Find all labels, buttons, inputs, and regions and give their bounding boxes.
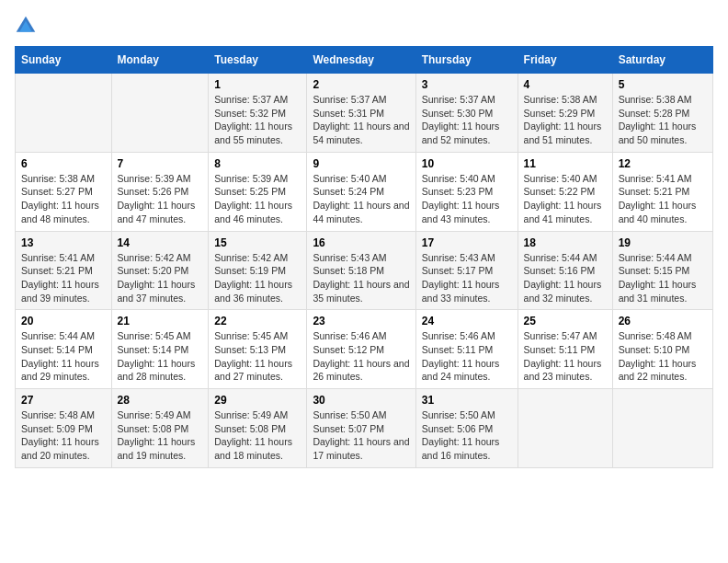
day-cell: 23Sunrise: 5:46 AMSunset: 5:12 PMDayligh… bbox=[307, 310, 415, 389]
day-number: 20 bbox=[21, 315, 106, 327]
day-cell: 10Sunrise: 5:40 AMSunset: 5:23 PMDayligh… bbox=[415, 152, 518, 231]
header bbox=[15, 15, 713, 37]
day-number: 16 bbox=[313, 236, 409, 249]
sunrise-text: Sunrise: 5:45 AMSunset: 5:13 PMDaylight:… bbox=[214, 330, 292, 382]
sunrise-text: Sunrise: 5:46 AMSunset: 5:11 PMDaylight:… bbox=[422, 330, 500, 382]
sunrise-text: Sunrise: 5:40 AMSunset: 5:24 PMDaylight:… bbox=[313, 173, 409, 224]
day-number: 6 bbox=[21, 157, 106, 170]
sunrise-text: Sunrise: 5:37 AMSunset: 5:30 PMDaylight:… bbox=[422, 94, 500, 145]
sunrise-text: Sunrise: 5:37 AMSunset: 5:32 PMDaylight:… bbox=[214, 94, 292, 145]
header-day: Thursday bbox=[415, 47, 518, 74]
day-cell: 7Sunrise: 5:39 AMSunset: 5:26 PMDaylight… bbox=[111, 152, 209, 231]
day-cell: 27Sunrise: 5:48 AMSunset: 5:09 PMDayligh… bbox=[16, 389, 112, 468]
day-number: 15 bbox=[214, 236, 301, 249]
day-cell bbox=[518, 389, 612, 468]
day-number: 12 bbox=[619, 157, 707, 170]
day-cell: 26Sunrise: 5:48 AMSunset: 5:10 PMDayligh… bbox=[612, 310, 712, 389]
calendar-header: SundayMondayTuesdayWednesdayThursdayFrid… bbox=[16, 47, 713, 74]
day-number: 9 bbox=[313, 157, 409, 170]
sunrise-text: Sunrise: 5:49 AMSunset: 5:08 PMDaylight:… bbox=[118, 409, 196, 461]
day-cell: 20Sunrise: 5:44 AMSunset: 5:14 PMDayligh… bbox=[16, 310, 112, 389]
day-cell: 28Sunrise: 5:49 AMSunset: 5:08 PMDayligh… bbox=[111, 389, 209, 468]
day-cell: 15Sunrise: 5:42 AMSunset: 5:19 PMDayligh… bbox=[209, 231, 307, 310]
day-cell bbox=[111, 74, 209, 153]
day-cell: 18Sunrise: 5:44 AMSunset: 5:16 PMDayligh… bbox=[518, 231, 612, 310]
header-day: Sunday bbox=[16, 47, 112, 74]
day-number: 17 bbox=[422, 236, 512, 249]
week-row: 27Sunrise: 5:48 AMSunset: 5:09 PMDayligh… bbox=[16, 389, 713, 468]
day-cell: 13Sunrise: 5:41 AMSunset: 5:21 PMDayligh… bbox=[16, 231, 112, 310]
day-cell: 31Sunrise: 5:50 AMSunset: 5:06 PMDayligh… bbox=[415, 389, 518, 468]
day-number: 2 bbox=[313, 78, 409, 91]
day-number: 18 bbox=[524, 236, 607, 249]
day-number: 11 bbox=[524, 157, 607, 170]
day-cell: 6Sunrise: 5:38 AMSunset: 5:27 PMDaylight… bbox=[16, 152, 112, 231]
sunrise-text: Sunrise: 5:50 AMSunset: 5:07 PMDaylight:… bbox=[313, 409, 409, 461]
sunrise-text: Sunrise: 5:42 AMSunset: 5:20 PMDaylight:… bbox=[118, 252, 196, 304]
day-cell bbox=[612, 389, 712, 468]
day-cell: 12Sunrise: 5:41 AMSunset: 5:21 PMDayligh… bbox=[612, 152, 712, 231]
week-row: 1Sunrise: 5:37 AMSunset: 5:32 PMDaylight… bbox=[16, 74, 713, 153]
day-number: 22 bbox=[214, 315, 301, 327]
sunrise-text: Sunrise: 5:49 AMSunset: 5:08 PMDaylight:… bbox=[214, 409, 292, 461]
sunrise-text: Sunrise: 5:37 AMSunset: 5:31 PMDaylight:… bbox=[313, 94, 409, 145]
day-cell: 3Sunrise: 5:37 AMSunset: 5:30 PMDaylight… bbox=[415, 74, 518, 153]
sunrise-text: Sunrise: 5:44 AMSunset: 5:14 PMDaylight:… bbox=[21, 330, 99, 382]
day-number: 24 bbox=[422, 315, 512, 327]
week-row: 6Sunrise: 5:38 AMSunset: 5:27 PMDaylight… bbox=[16, 152, 713, 231]
day-number: 4 bbox=[524, 78, 607, 91]
day-cell: 11Sunrise: 5:40 AMSunset: 5:22 PMDayligh… bbox=[518, 152, 612, 231]
day-number: 26 bbox=[619, 315, 707, 327]
sunrise-text: Sunrise: 5:45 AMSunset: 5:14 PMDaylight:… bbox=[118, 330, 196, 382]
day-number: 21 bbox=[118, 315, 203, 327]
header-day: Wednesday bbox=[307, 47, 415, 74]
header-day: Tuesday bbox=[209, 47, 307, 74]
sunrise-text: Sunrise: 5:44 AMSunset: 5:15 PMDaylight:… bbox=[619, 252, 697, 304]
day-cell: 16Sunrise: 5:43 AMSunset: 5:18 PMDayligh… bbox=[307, 231, 415, 310]
sunrise-text: Sunrise: 5:40 AMSunset: 5:22 PMDaylight:… bbox=[524, 173, 602, 224]
sunrise-text: Sunrise: 5:50 AMSunset: 5:06 PMDaylight:… bbox=[422, 409, 500, 461]
day-cell: 30Sunrise: 5:50 AMSunset: 5:07 PMDayligh… bbox=[307, 389, 415, 468]
day-cell: 25Sunrise: 5:47 AMSunset: 5:11 PMDayligh… bbox=[518, 310, 612, 389]
week-row: 13Sunrise: 5:41 AMSunset: 5:21 PMDayligh… bbox=[16, 231, 713, 310]
day-number: 10 bbox=[422, 157, 512, 170]
day-cell: 17Sunrise: 5:43 AMSunset: 5:17 PMDayligh… bbox=[415, 231, 518, 310]
sunrise-text: Sunrise: 5:40 AMSunset: 5:23 PMDaylight:… bbox=[422, 173, 500, 224]
day-number: 14 bbox=[118, 236, 203, 249]
day-cell: 14Sunrise: 5:42 AMSunset: 5:20 PMDayligh… bbox=[111, 231, 209, 310]
sunrise-text: Sunrise: 5:43 AMSunset: 5:18 PMDaylight:… bbox=[313, 252, 409, 304]
day-number: 25 bbox=[524, 315, 607, 327]
sunrise-text: Sunrise: 5:41 AMSunset: 5:21 PMDaylight:… bbox=[619, 173, 697, 224]
day-cell: 4Sunrise: 5:38 AMSunset: 5:29 PMDaylight… bbox=[518, 74, 612, 153]
day-cell: 21Sunrise: 5:45 AMSunset: 5:14 PMDayligh… bbox=[111, 310, 209, 389]
sunrise-text: Sunrise: 5:43 AMSunset: 5:17 PMDaylight:… bbox=[422, 252, 500, 304]
header-day: Monday bbox=[111, 47, 209, 74]
sunrise-text: Sunrise: 5:39 AMSunset: 5:25 PMDaylight:… bbox=[214, 173, 292, 224]
logo-icon bbox=[15, 15, 37, 37]
calendar-body: 1Sunrise: 5:37 AMSunset: 5:32 PMDaylight… bbox=[16, 74, 713, 468]
sunrise-text: Sunrise: 5:44 AMSunset: 5:16 PMDaylight:… bbox=[524, 252, 602, 304]
day-cell: 2Sunrise: 5:37 AMSunset: 5:31 PMDaylight… bbox=[307, 74, 415, 153]
sunrise-text: Sunrise: 5:48 AMSunset: 5:10 PMDaylight:… bbox=[619, 330, 697, 382]
header-row: SundayMondayTuesdayWednesdayThursdayFrid… bbox=[16, 47, 713, 74]
day-number: 13 bbox=[21, 236, 106, 249]
day-cell bbox=[16, 74, 112, 153]
day-number: 31 bbox=[422, 394, 512, 407]
day-number: 7 bbox=[118, 157, 203, 170]
day-number: 1 bbox=[214, 78, 301, 91]
calendar-table: SundayMondayTuesdayWednesdayThursdayFrid… bbox=[15, 46, 713, 468]
day-number: 3 bbox=[422, 78, 512, 91]
day-number: 23 bbox=[313, 315, 409, 327]
day-cell: 19Sunrise: 5:44 AMSunset: 5:15 PMDayligh… bbox=[612, 231, 712, 310]
day-cell: 22Sunrise: 5:45 AMSunset: 5:13 PMDayligh… bbox=[209, 310, 307, 389]
logo bbox=[15, 15, 40, 37]
day-number: 29 bbox=[214, 394, 301, 407]
day-number: 28 bbox=[118, 394, 203, 407]
day-number: 8 bbox=[214, 157, 301, 170]
day-cell: 29Sunrise: 5:49 AMSunset: 5:08 PMDayligh… bbox=[209, 389, 307, 468]
day-cell: 8Sunrise: 5:39 AMSunset: 5:25 PMDaylight… bbox=[209, 152, 307, 231]
sunrise-text: Sunrise: 5:46 AMSunset: 5:12 PMDaylight:… bbox=[313, 330, 409, 382]
week-row: 20Sunrise: 5:44 AMSunset: 5:14 PMDayligh… bbox=[16, 310, 713, 389]
sunrise-text: Sunrise: 5:47 AMSunset: 5:11 PMDaylight:… bbox=[524, 330, 602, 382]
day-number: 27 bbox=[21, 394, 106, 407]
